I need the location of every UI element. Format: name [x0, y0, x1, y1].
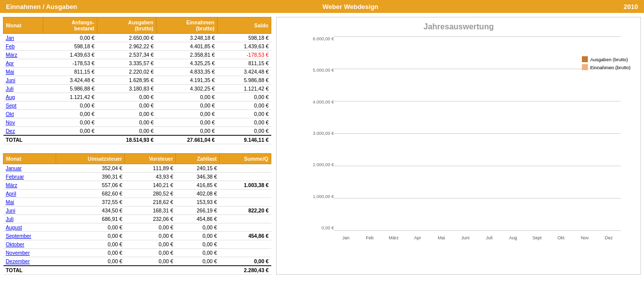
tax-row: August 0,00 € 0,00 € 0,00 €	[3, 223, 271, 232]
tax-row: Juni 434,50 € 168,31 € 266,19 € 822,20 €	[3, 206, 271, 215]
tax-zahl: 0,00 €	[176, 240, 220, 249]
tax-month[interactable]: August	[3, 223, 56, 232]
tax-month[interactable]: Januar	[3, 164, 56, 173]
income-saldo: 0,00 €	[217, 110, 271, 118]
tax-ust: 686,91 €	[56, 215, 125, 223]
x-label: Sept	[525, 235, 549, 240]
tax-month[interactable]: Juni	[3, 206, 56, 215]
chart-title: Jahresauswertung	[282, 22, 636, 31]
tax-month[interactable]: Mai	[3, 198, 56, 206]
tax-ust: 0,00 €	[56, 223, 125, 232]
tax-ust: 434,50 €	[56, 206, 125, 215]
income-saldo: 0,00 €	[217, 118, 271, 127]
x-label: Mai	[429, 235, 453, 240]
tax-summe: 822,20 €	[220, 206, 271, 215]
income-ausgaben: 2.962,22 €	[97, 42, 156, 51]
tax-ust: 372,55 €	[56, 198, 125, 206]
income-month[interactable]: Mai	[3, 68, 43, 76]
tax-month[interactable]: Dezember	[3, 257, 56, 266]
income-saldo: 0,00 €	[217, 93, 271, 101]
income-month[interactable]: Apr	[3, 59, 43, 68]
col-einnahmen: Einnahmen(brutto)	[156, 17, 217, 34]
tax-month[interactable]: Oktober	[3, 240, 56, 249]
x-label: Juli	[477, 235, 501, 240]
income-month[interactable]: Feb	[3, 42, 43, 51]
legend-ausgaben-color	[582, 56, 588, 62]
income-saldo: 5.986,88 €	[217, 76, 271, 85]
tax-zahl: 153,93 €	[176, 198, 220, 206]
x-label: Jan	[334, 235, 358, 240]
income-month[interactable]: Sept	[3, 101, 43, 110]
tax-total-summe: 2.280,43 €	[220, 266, 271, 275]
tax-col-summe: Summe/Q	[220, 154, 271, 164]
tax-zahl: 402,08 €	[176, 190, 220, 198]
income-saldo: 598,18 €	[217, 34, 271, 42]
tax-summe: 1.003,38 €	[220, 181, 271, 190]
income-month[interactable]: Juni	[3, 76, 43, 85]
y-label: 4.000,00 €	[313, 100, 334, 104]
legend-einnahmen-color	[582, 64, 588, 70]
income-anfang: 0,00 €	[43, 34, 97, 42]
income-anfang: 1.439,63 €	[43, 51, 97, 59]
income-anfang: 0,00 €	[43, 127, 97, 136]
income-ausgaben: 1.628,95 €	[97, 76, 156, 85]
income-month[interactable]: Aug	[3, 93, 43, 101]
tax-vorst: 43,93 €	[125, 173, 176, 181]
income-ausgaben: 2.537,34 €	[97, 51, 156, 59]
income-row: Juli 5.986,88 € 3.180,83 € 4.302,25 € 1.…	[3, 85, 271, 93]
tax-ust: 0,00 €	[56, 257, 125, 266]
income-row: März 1.439,63 € 2.537,34 € 2.358,81 € -1…	[3, 51, 271, 59]
tax-zahl: 266,19 €	[176, 206, 220, 215]
tax-month[interactable]: Juli	[3, 215, 56, 223]
tax-month[interactable]: April	[3, 190, 56, 198]
x-label: Okt	[549, 235, 573, 240]
income-saldo: 0,00 €	[217, 101, 271, 110]
tax-month[interactable]: März	[3, 181, 56, 190]
income-month[interactable]: Okt	[3, 110, 43, 118]
tax-ust: 390,31 €	[56, 173, 125, 181]
income-month[interactable]: Jan	[3, 34, 43, 42]
y-label: 2.000,00 €	[313, 162, 334, 167]
tax-vorst: 280,52 €	[125, 190, 176, 198]
income-ausgaben: 0,00 €	[97, 101, 156, 110]
income-month[interactable]: Juli	[3, 85, 43, 93]
x-label: Juni	[453, 235, 477, 240]
income-ausgaben: 3.335,57 €	[97, 59, 156, 68]
income-month[interactable]: Nov	[3, 118, 43, 127]
total-saldo: 9.146,11 €	[217, 135, 271, 144]
income-total-row: TOTAL 18.514,93 € 27.661,04 € 9.146,11 €	[3, 135, 271, 144]
total-ausgaben: 18.514,93 €	[97, 135, 156, 144]
income-einnahmen: 2.358,81 €	[156, 51, 217, 59]
tax-row: Juli 686,91 € 232,06 € 454,86 €	[3, 215, 271, 223]
tax-month[interactable]: Februar	[3, 173, 56, 181]
y-label: 1.000,00 €	[313, 194, 334, 199]
tax-vorst: 111,89 €	[125, 164, 176, 173]
income-ausgaben: 0,00 €	[97, 127, 156, 136]
income-anfang: -178,53 €	[43, 59, 97, 68]
income-anfang: 0,00 €	[43, 101, 97, 110]
tax-month[interactable]: November	[3, 249, 56, 257]
income-saldo: 3.424,48 €	[217, 68, 271, 76]
total-label: TOTAL	[3, 135, 43, 144]
tax-zahl: 0,00 €	[176, 257, 220, 266]
income-einnahmen: 4.325,25 €	[156, 59, 217, 68]
income-einnahmen: 4.302,25 €	[156, 85, 217, 93]
tax-row: Oktober 0,00 € 0,00 € 0,00 €	[3, 240, 271, 249]
income-month[interactable]: März	[3, 51, 43, 59]
x-label: Feb	[358, 235, 382, 240]
income-einnahmen: 4.191,35 €	[156, 76, 217, 85]
tax-zahl: 0,00 €	[176, 232, 220, 240]
income-month[interactable]: Dez	[3, 127, 43, 136]
income-row: Mai 811,15 € 2.220,02 € 4.833,35 € 3.424…	[3, 68, 271, 76]
tax-summe	[220, 164, 271, 173]
x-label: Aug	[501, 235, 525, 240]
tax-zahl: 454,86 €	[176, 215, 220, 223]
tax-vorst: 0,00 €	[125, 223, 176, 232]
tax-zahl: 0,00 €	[176, 249, 220, 257]
left-panel: Monat Anfangs-bestand Ausgaben(brutto) E…	[3, 17, 271, 275]
legend-einnahmen-label: Einnahmen (brutto)	[590, 65, 631, 70]
tax-vorst: 168,31 €	[125, 206, 176, 215]
income-einnahmen: 0,00 €	[156, 101, 217, 110]
tax-month[interactable]: September	[3, 232, 56, 240]
income-saldo: 1.439,63 €	[217, 42, 271, 51]
